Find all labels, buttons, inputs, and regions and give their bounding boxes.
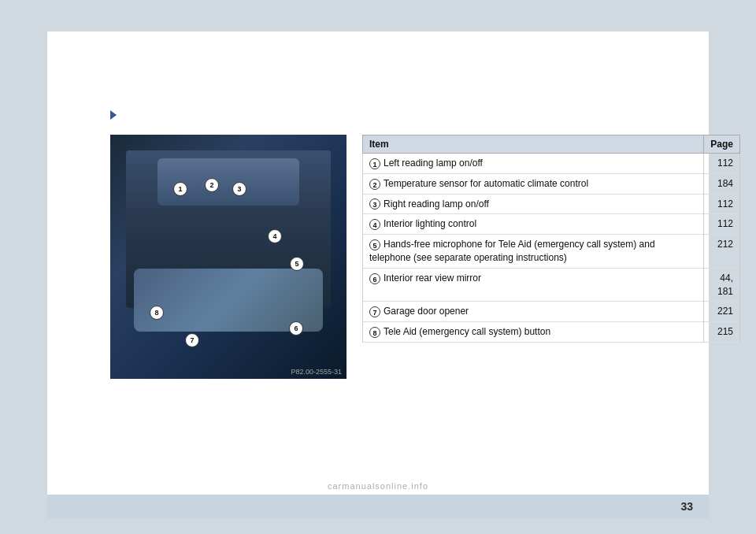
table-cell-page: 112 <box>704 154 740 174</box>
img-num-3: 3 <box>232 182 246 196</box>
col-header-page: Page <box>704 135 740 154</box>
table-row: 5Hands-free microphone for Tele Aid (eme… <box>363 235 740 269</box>
img-num-6: 6 <box>289 321 303 336</box>
item-number-badge: 2 <box>369 179 380 190</box>
item-description: Right reading lamp on/off <box>384 198 489 210</box>
table-cell-item: 6Interior rear view mirror <box>363 268 704 302</box>
items-table-container: Item Page 1Left reading lamp on/off1122T… <box>362 135 740 379</box>
page-number: 33 <box>680 500 693 513</box>
items-table: Item Page 1Left reading lamp on/off1122T… <box>362 135 740 343</box>
item-number-badge: 5 <box>369 239 380 250</box>
table-cell-page: 215 <box>704 322 740 343</box>
section-marker-icon <box>110 110 117 120</box>
item-number-badge: 3 <box>369 198 380 210</box>
item-description: Hands-free microphone for Tele Aid (emer… <box>369 239 655 263</box>
table-cell-page: 184 <box>704 173 740 194</box>
table-cell-page: 44, 181 <box>704 268 740 302</box>
car-interior-image: 1 2 3 4 5 8 6 7 P82.00-2555-31 <box>110 135 346 379</box>
table-row: 3Right reading lamp on/off112 <box>363 194 740 214</box>
table-row: 4Interior lighting control112 <box>363 214 740 235</box>
item-number-badge: 6 <box>369 273 380 284</box>
main-content-row: 1 2 3 4 5 8 6 7 P82.00-2555-31 Item Page <box>110 135 740 379</box>
table-row: 1Left reading lamp on/off112 <box>363 154 740 174</box>
img-num-1: 1 <box>173 182 187 196</box>
item-number-badge: 1 <box>369 158 380 169</box>
page-content: 1 2 3 4 5 8 6 7 P82.00-2555-31 Item Page <box>47 32 709 502</box>
item-description: Left reading lamp on/off <box>384 158 483 169</box>
col-header-item: Item <box>363 135 704 154</box>
table-cell-item: 7Garage door opener <box>363 302 704 322</box>
item-number-badge: 7 <box>369 306 380 317</box>
table-cell-item: 4Interior lighting control <box>363 214 704 235</box>
watermark: carmanualsonline.info <box>328 481 428 491</box>
table-cell-page: 212 <box>704 235 740 269</box>
table-cell-item: 3Right reading lamp on/off <box>363 194 704 214</box>
item-number-badge: 8 <box>369 327 380 338</box>
item-description: Interior rear view mirror <box>384 273 481 284</box>
img-num-5: 5 <box>290 257 304 271</box>
table-cell-item: 1Left reading lamp on/off <box>363 154 704 174</box>
img-num-7: 7 <box>185 333 199 347</box>
item-description: Interior lighting control <box>384 218 476 229</box>
table-cell-item: 5Hands-free microphone for Tele Aid (eme… <box>363 235 704 269</box>
img-num-4: 4 <box>268 229 282 243</box>
img-num-2: 2 <box>205 178 219 192</box>
item-description: Tele Aid (emergency call system) button <box>384 326 550 337</box>
bottom-bar: 33 <box>47 495 709 518</box>
content-area: 1 2 3 4 5 8 6 7 P82.00-2555-31 Item Page <box>110 110 740 379</box>
table-header-row: Item Page <box>363 135 740 154</box>
img-num-8: 8 <box>150 306 164 320</box>
item-number-badge: 4 <box>369 219 380 230</box>
item-description: Temperature sensor for automatic climate… <box>384 178 588 189</box>
item-description: Garage door opener <box>384 306 469 317</box>
table-row: 2Temperature sensor for automatic climat… <box>363 173 740 194</box>
table-cell-item: 2Temperature sensor for automatic climat… <box>363 173 704 194</box>
table-cell-item: 8Tele Aid (emergency call system) button <box>363 322 704 343</box>
table-cell-page: 221 <box>704 302 740 322</box>
table-row: 8Tele Aid (emergency call system) button… <box>363 322 740 343</box>
table-row: 6Interior rear view mirror44, 181 <box>363 268 740 302</box>
table-cell-page: 112 <box>704 214 740 235</box>
image-caption: P82.00-2555-31 <box>291 368 342 376</box>
table-cell-page: 112 <box>704 194 740 214</box>
table-row: 7Garage door opener221 <box>363 302 740 322</box>
